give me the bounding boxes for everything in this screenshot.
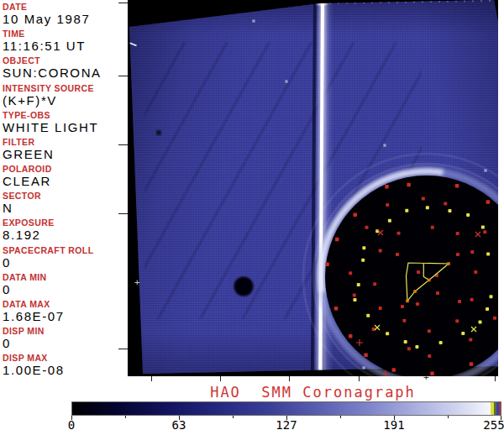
diagonal-streaks [144, 42, 422, 319]
metadata-field: DISP MAX1.00E-08 [3, 354, 125, 380]
colorbar-minor-tick [340, 416, 341, 418]
metadata-field: SPACECRAFT ROLL0 [3, 246, 125, 273]
left-axis-tick [118, 76, 128, 76]
pylon-top-bloom [314, 0, 329, 7]
field-label: POLAROID [3, 165, 125, 173]
metadata-field: DATA MIN0 [3, 273, 125, 300]
coronagraph-photo [128, 0, 498, 376]
field-value: 10 May 1987 [3, 13, 125, 25]
metadata-field: INTENSITY SOURCE(K+F)*V [3, 84, 125, 111]
outer-red-ring-dot [430, 372, 434, 376]
field-value: 0 [3, 337, 125, 349]
colorbar-minor-tick [125, 416, 126, 418]
left-axis-tick [118, 144, 128, 145]
top-edge-speckle-right [321, 0, 496, 4]
field-value: N [3, 202, 125, 214]
metadata-field: EXPOSURE8.192 [3, 218, 125, 245]
field-label: SPACECRAFT ROLL [3, 246, 125, 254]
colorbar-tick-label: 0 [68, 418, 75, 430]
field-label: SECTOR [3, 191, 125, 200]
image-title: HAO SMM Coronagraph [128, 384, 498, 401]
metadata-field: OBJECTSUN:CORONA [3, 56, 125, 83]
bottom-axis-tick [220, 376, 221, 381]
field-label: EXPOSURE [3, 218, 125, 227]
bottom-axis-tick [151, 376, 152, 381]
top-edge-speckle [129, 2, 323, 26]
field-value: 8.192 [3, 228, 125, 241]
left-edge-artifact [128, 41, 137, 47]
colorbar-tick-label: 191 [383, 418, 404, 430]
metadata-field: TYPE-OBSWHITE LIGHT [3, 111, 125, 138]
metadata-field: DISP MIN0 [3, 327, 125, 354]
colorbar-tick-label: 127 [276, 418, 297, 430]
bottom-axis-tick [495, 376, 496, 381]
field-value: SUN:CORONA [3, 66, 125, 79]
field-value: CLEAR [3, 175, 125, 187]
field-value: 1.00E-08 [3, 364, 125, 376]
metadata-field: FILTERGREEN [3, 138, 125, 165]
field-label: FILTER [3, 138, 125, 146]
metadata-field: TIME11:16:51 UT [3, 29, 125, 56]
bottom-axis-tick [359, 376, 360, 381]
field-label: TYPE-OBS [3, 111, 125, 119]
metadata-sidebar: DATE10 May 1987TIME11:16:51 UTOBJECTSUN:… [3, 3, 125, 380]
colorbar-minor-tick [233, 416, 234, 418]
field-label: DATE [3, 3, 125, 11]
bottom-plus-tick: + [423, 373, 429, 382]
field-label: DISP MIN [3, 327, 125, 335]
colorbar-gradient [71, 401, 501, 416]
colorbar-tick-label: 255 [483, 418, 504, 430]
field-value: 0 [3, 256, 125, 269]
metadata-field: DATA MAX1.68E-07 [3, 300, 125, 327]
field-label: DATA MIN [3, 273, 125, 281]
left-axis-tick [118, 213, 128, 214]
metadata-field: SECTORN [3, 191, 125, 218]
colorbar-tick-label: 63 [172, 418, 186, 430]
image-frame [128, 0, 498, 376]
field-value: 1.68E-07 [3, 310, 125, 322]
field-label: DISP MAX [3, 354, 125, 362]
coronagraph-viewer: DATE10 May 1987TIME11:16:51 UTOBJECTSUN:… [0, 0, 504, 430]
field-value: WHITE LIGHT [3, 121, 125, 134]
field-label: INTENSITY SOURCE [3, 84, 125, 92]
left-axis-tick [118, 3, 128, 3]
bottom-axis-tick [289, 376, 290, 381]
field-label: OBJECT [3, 56, 125, 65]
field-value: (K+F)*V [3, 94, 125, 107]
metadata-field: POLAROIDCLEAR [3, 165, 125, 191]
left-axis-tick [118, 349, 128, 349]
field-value: GREEN [3, 148, 125, 160]
pylon-halo [324, 2, 333, 371]
plus-fiducial-mark [382, 370, 389, 376]
outer-red-ring-dot [392, 368, 396, 372]
field-label: TIME [3, 29, 125, 38]
colorbar-minor-tick [448, 416, 449, 418]
field-label: DATA MAX [3, 300, 125, 308]
left-plus-tick: + [134, 278, 140, 287]
metadata-field: DATE10 May 1987 [3, 3, 125, 29]
field-value: 11:16:51 UT [3, 39, 125, 52]
field-value: 0 [3, 283, 125, 296]
